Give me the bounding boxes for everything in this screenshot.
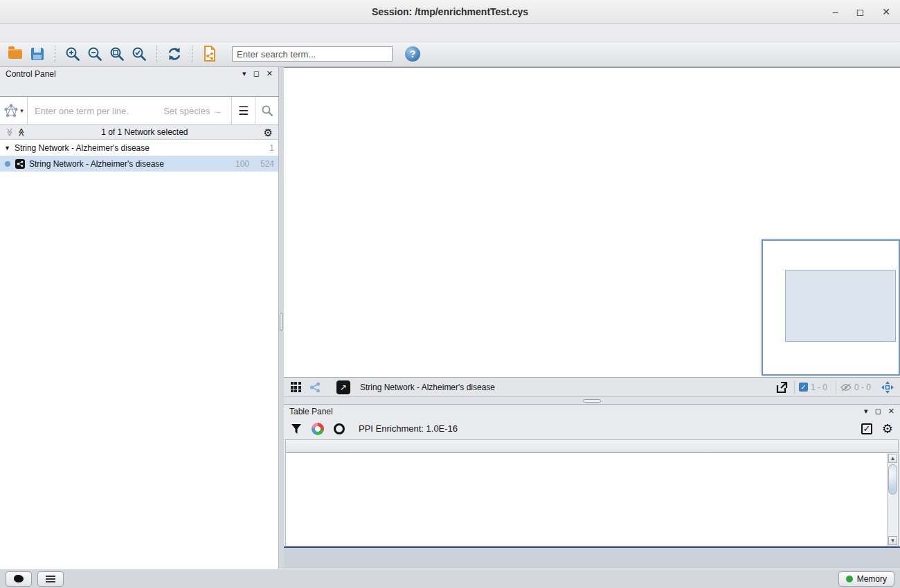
export-icon: [775, 380, 789, 394]
network-from-file-button[interactable]: [200, 44, 219, 64]
vertical-splitter[interactable]: [279, 67, 284, 569]
expand-all-icon[interactable]: ≪: [17, 128, 26, 137]
network-options-gear-icon[interactable]: ⚙: [264, 127, 273, 138]
save-session-button[interactable]: [28, 44, 47, 64]
close-icon[interactable]: ✕: [882, 7, 890, 17]
enrichment-toolbar: PPI Enrichment: 1.0E-16 ✓ ⚙: [284, 418, 900, 439]
detach-view-button[interactable]: ↗: [336, 380, 350, 394]
refresh-button[interactable]: [165, 44, 184, 64]
control-panel-title: Control Panel: [6, 69, 56, 79]
zoom-out-icon: [87, 46, 103, 62]
network-share-button[interactable]: [307, 380, 323, 395]
close-panel-icon[interactable]: ✕: [267, 70, 273, 77]
selected-count: 1 - 0: [811, 383, 827, 392]
network-collection-row[interactable]: ▼ String Network - Alzheimer's disease 1: [0, 140, 278, 156]
save-icon: [31, 48, 44, 60]
dropdown-arrow-icon: ▾: [20, 107, 24, 114]
network-row-selected[interactable]: String Network - Alzheimer's disease 100…: [0, 156, 278, 172]
collapse-all-icon[interactable]: ≫: [5, 128, 15, 137]
grid-icon: [291, 382, 301, 392]
table-panel: Table Panel ▾ ◻ ✕ PPI Enrichment: 1.0E-1…: [284, 405, 900, 569]
network-selection-bar: ≫ ≪ 1 of 1 Network selected ⚙: [0, 125, 278, 140]
table-rows: [286, 453, 887, 546]
string-protein-query-selector[interactable]: ▾: [0, 97, 28, 125]
share-icon: [309, 382, 321, 393]
network-node-count: 100: [228, 159, 249, 169]
hidden-nodes-badge: 0 - 0: [836, 380, 875, 394]
close-panel-icon[interactable]: ✕: [888, 407, 894, 415]
grid-mode-button[interactable]: [288, 380, 303, 395]
task-list-button[interactable]: [37, 571, 64, 587]
menu-bar: [0, 24, 900, 42]
string-options-button[interactable]: ☰: [231, 97, 255, 125]
vertical-scrollbar[interactable]: ▲ ▼: [887, 453, 898, 546]
horizontal-splitter[interactable]: [284, 396, 900, 405]
splitter-grip[interactable]: [583, 399, 601, 403]
open-session-button[interactable]: [6, 44, 25, 64]
navigator-button[interactable]: [879, 379, 896, 396]
table-panel-header: Table Panel ▾ ◻ ✕: [284, 405, 900, 418]
network-view-toolbar: ↗ String Network - Alzheimer's disease ✓…: [284, 377, 900, 396]
chart-icon[interactable]: [312, 423, 324, 435]
enrichment-settings-gear-icon[interactable]: ⚙: [882, 423, 893, 435]
collection-count: 1: [253, 143, 274, 153]
search-input[interactable]: [232, 46, 393, 62]
network-canvas[interactable]: [284, 67, 900, 377]
minimize-icon[interactable]: –: [833, 7, 838, 17]
network-view-title: String Network - Alzheimer's disease: [360, 383, 769, 392]
search-icon: [261, 104, 273, 117]
birds-eye-view[interactable]: [762, 239, 900, 376]
collection-label: String Network - Alzheimer's disease: [15, 143, 249, 153]
string-search-button[interactable]: [255, 97, 278, 125]
cloud-icon: [14, 575, 24, 582]
zoom-out-button[interactable]: [85, 44, 105, 64]
hidden-eye-icon: [840, 383, 852, 392]
zoom-fit-icon: [109, 46, 125, 62]
table-header-row: [286, 440, 898, 453]
zoom-fit-button[interactable]: [107, 44, 127, 64]
scrollbar-thumb[interactable]: [888, 464, 897, 495]
current-network-dot: [5, 161, 10, 167]
panel-menu-icon[interactable]: ▾: [242, 70, 246, 77]
birds-eye-viewport[interactable]: [785, 270, 896, 342]
memory-status-dot: [846, 576, 853, 582]
filter-icon[interactable]: [291, 423, 302, 434]
zoom-in-button[interactable]: [63, 44, 82, 64]
scroll-down-icon[interactable]: ▼: [888, 536, 897, 545]
memory-label: Memory: [857, 574, 887, 584]
move-compass-icon: [881, 380, 894, 394]
window-title: Session: /tmp/enrichmentTest.cys: [372, 6, 528, 17]
table-panel-title: Table Panel: [289, 407, 333, 416]
ppi-enrichment-value: PPI Enrichment: 1.0E-16: [359, 423, 852, 434]
panel-menu-icon[interactable]: ▾: [864, 407, 868, 415]
tree-expand-icon[interactable]: ▼: [4, 145, 10, 151]
title-bar: Session: /tmp/enrichmentTest.cys – ◻ ✕: [0, 0, 900, 24]
task-history-button[interactable]: [6, 571, 32, 587]
string-search-bar: ▾ Set species → ☰: [0, 97, 278, 125]
network-label: String Network - Alzheimer's disease: [29, 159, 224, 169]
float-panel-icon[interactable]: ◻: [253, 70, 260, 77]
memory-button[interactable]: Memory: [838, 571, 894, 587]
status-bar: Memory: [0, 569, 900, 588]
application-window: Session: /tmp/enrichmentTest.cys – ◻ ✕ ?…: [0, 0, 900, 588]
selected-check-icon: ✓: [799, 383, 808, 392]
select-terms-icon[interactable]: ✓: [861, 423, 872, 434]
scroll-up-icon[interactable]: ▲: [888, 454, 897, 463]
zoom-in-icon: [64, 46, 81, 62]
zoom-selected-button[interactable]: [129, 44, 149, 64]
refresh-icon: [167, 46, 182, 62]
selected-nodes-badge: ✓ 1 - 0: [794, 380, 831, 394]
help-icon[interactable]: ?: [405, 46, 420, 62]
main-toolbar: ?: [0, 42, 900, 67]
network-selected-status: 1 of 1 Network selected: [26, 127, 263, 137]
string-query-input[interactable]: [28, 106, 231, 116]
string-logo-icon: [3, 103, 19, 118]
folder-icon: [8, 49, 22, 59]
maximize-icon[interactable]: ◻: [856, 7, 865, 17]
export-network-button[interactable]: [773, 379, 790, 396]
splitter-grip[interactable]: [280, 313, 283, 331]
ring-chart-icon[interactable]: [334, 423, 345, 434]
network-edge-count: 524: [253, 159, 274, 169]
control-panel-tabs: [0, 80, 278, 97]
float-panel-icon[interactable]: ◻: [875, 407, 881, 415]
